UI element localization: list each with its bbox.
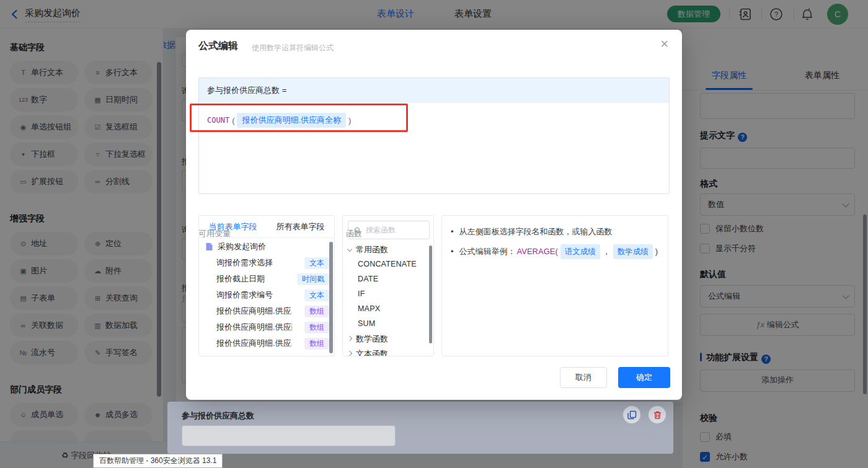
variable-item[interactable]: 报价供应商明细.供应商数组 [199,319,334,335]
functions-panel: 常用函数 CONCATENATE DATE IF MAPX SUM 数学函数 文… [342,215,434,356]
document-icon [205,242,213,251]
help-panel: •从左侧面板选择字段名和函数，或输入函数 • 公式编辑举例： AVERAGE( … [441,215,668,356]
example-field-token: 语文成绩 [560,244,600,259]
help-line-2: • 公式编辑举例： AVERAGE( 语文成绩 ， 数学成绩 ) [451,244,659,259]
tab-current-form-fields[interactable]: 当前表单字段 [199,216,267,237]
cancel-button[interactable]: 取消 [560,367,607,388]
formula-editor-modal: 公式编辑 使用数学运算符编辑公式 × 参与报价供应商总数 = COUNT ( 报… [186,30,682,400]
modal-subtitle: 使用数学运算符编辑公式 [252,43,334,53]
function-search-box [348,221,430,239]
formula-target: 参与报价供应商总数 [207,86,280,95]
variable-item[interactable]: 报价供应商明细.供应...数组 [199,303,334,319]
type-tag: 时间戳 [297,273,329,285]
formula-target-row: 参与报价供应商总数 = [199,78,669,103]
example-function: AVERAGE( [517,245,558,258]
browser-status-bar: 百数帮助管理 - 360安全浏览器 13.1 [93,454,223,468]
example-field-token: 数学成绩 [613,244,653,259]
selected-field-input[interactable] [182,425,396,446]
type-tag: 数组 [304,306,329,317]
type-tag: 数组 [304,322,329,333]
type-tag: 文本 [304,257,329,269]
function-search-input[interactable] [366,222,428,238]
function-group-common[interactable]: 常用函数 [348,244,388,255]
function-item[interactable]: CONCATENATE [358,260,417,268]
variables-panel: 当前表单字段 所有表单字段 采购发起询价 询报价需求选择文本 报价截止日期时间戳… [198,215,335,356]
variables-scrollbar[interactable] [329,242,333,353]
function-group-text[interactable]: 文本函数 [348,348,388,356]
selected-field-label: 参与报价供应商总数 [182,410,254,422]
function-item[interactable]: DATE [358,275,378,283]
type-tag: 文本 [304,289,329,301]
copy-field-icon[interactable] [623,406,640,423]
functions-scrollbar[interactable] [429,245,432,343]
delete-field-icon[interactable] [649,406,666,423]
selected-field-block[interactable]: 参与报价供应商总数 [167,402,673,454]
chevron-down-icon [347,247,352,252]
variable-item[interactable]: 询报价需求编号文本 [199,287,334,303]
function-group-math[interactable]: 数学函数 [348,333,388,345]
confirm-button[interactable]: 确定 [618,367,670,388]
tab-all-form-fields[interactable]: 所有表单字段 [267,216,334,237]
variable-item[interactable]: 询报价需求选择文本 [199,255,334,271]
type-tag: 数组 [304,338,329,350]
variable-item[interactable]: 报价供应商明细.供应...数组 [199,335,334,351]
function-item[interactable]: MAPX [358,304,380,313]
equals-sign: = [282,86,287,95]
modal-title: 公式编辑 [198,40,238,53]
function-item[interactable]: SUM [358,319,375,328]
formula-box: 参与报价供应商总数 = COUNT ( 报价供应商明细.供应商全称 ) [198,77,670,194]
search-icon [354,227,361,234]
annotation-highlight-box [190,104,408,132]
app-window: 采购发起询价 表单设计 表单设置 数据管理 ? C ∞表单外链 ▧后端脚本 ▦数… [0,0,868,468]
variables-root-node[interactable]: 采购发起询价 [199,238,334,255]
function-item[interactable]: IF [358,289,365,298]
close-icon[interactable]: × [660,37,668,51]
chevron-right-icon [347,351,352,356]
variables-tabs: 当前表单字段 所有表单字段 [199,216,334,238]
help-line-1: •从左侧面板选择字段名和函数，或输入函数 [451,226,659,238]
variable-item[interactable]: 报价截止日期时间戳 [199,271,334,287]
chevron-right-icon [347,336,352,341]
